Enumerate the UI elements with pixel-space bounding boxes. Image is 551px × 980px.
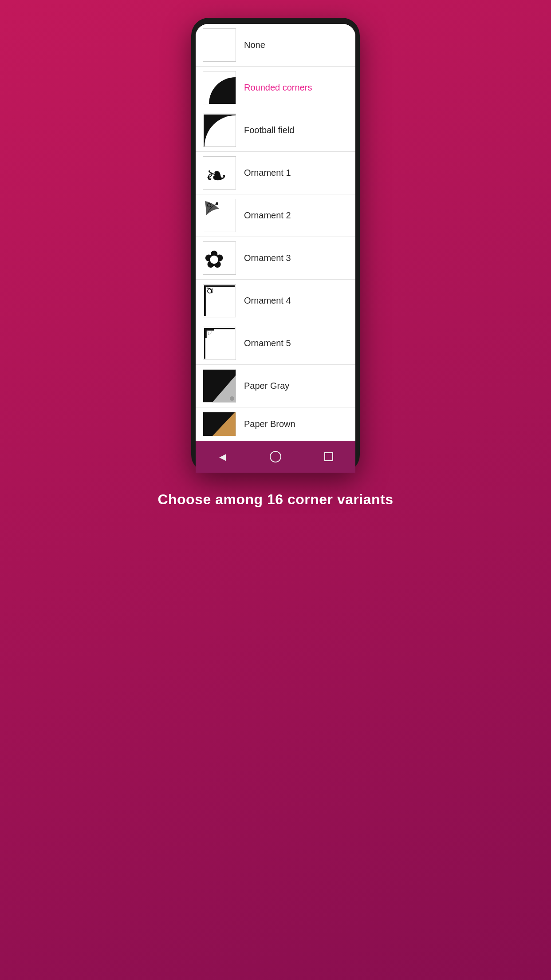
item-label-ornament5: Ornament 5 xyxy=(244,338,291,348)
list-item[interactable]: None xyxy=(196,24,355,67)
item-label-football: Football field xyxy=(244,125,294,135)
item-label-ornament1: Ornament 1 xyxy=(244,168,291,178)
item-label-paper-brown: Paper Brown xyxy=(244,419,295,429)
item-thumbnail-none xyxy=(203,28,236,62)
home-circle-icon xyxy=(270,451,281,462)
navigation-bar: ◀ xyxy=(196,441,355,473)
item-label-ornament2: Ornament 2 xyxy=(244,210,291,221)
item-thumbnail-ornament2 xyxy=(203,199,236,232)
list-item[interactable]: Football field xyxy=(196,109,355,152)
svg-text:✿: ✿ xyxy=(204,246,224,273)
footer-text: Choose among 16 corner variants xyxy=(144,473,406,527)
recents-button[interactable] xyxy=(319,447,338,466)
item-label-none: None xyxy=(244,40,265,50)
list-item[interactable]: Paper Brown xyxy=(196,407,355,441)
item-label-ornament3: Ornament 3 xyxy=(244,253,291,263)
home-button[interactable] xyxy=(266,447,285,466)
recents-square-icon xyxy=(324,452,333,461)
list-item[interactable]: ❧ Ornament 1 xyxy=(196,152,355,194)
item-label-paper-gray: Paper Gray xyxy=(244,381,289,391)
list-item[interactable]: ✿ Ornament 3 xyxy=(196,237,355,280)
item-thumbnail-ornament5 xyxy=(203,327,236,360)
item-thumbnail-paper-gray xyxy=(203,369,236,403)
phone-frame: None Rounded corners Football field xyxy=(191,18,360,473)
svg-text:❧: ❧ xyxy=(205,162,227,189)
item-thumbnail-football xyxy=(203,114,236,147)
item-thumbnail-rounded xyxy=(203,71,236,104)
list-item[interactable]: Paper Gray xyxy=(196,365,355,407)
item-thumbnail-paper-brown xyxy=(203,412,236,436)
back-button[interactable]: ◀ xyxy=(213,447,232,466)
item-thumbnail-ornament4 xyxy=(203,284,236,317)
item-label-rounded: Rounded corners xyxy=(244,83,312,93)
list-item[interactable]: Ornament 4 xyxy=(196,280,355,322)
corner-options-list: None Rounded corners Football field xyxy=(196,24,355,441)
list-item[interactable]: Ornament 2 xyxy=(196,194,355,237)
item-label-ornament4: Ornament 4 xyxy=(244,296,291,306)
list-item[interactable]: Ornament 5 xyxy=(196,322,355,365)
phone-screen: None Rounded corners Football field xyxy=(196,24,355,473)
item-thumbnail-ornament1: ❧ xyxy=(203,156,236,190)
item-thumbnail-ornament3: ✿ xyxy=(203,241,236,275)
list-item[interactable]: Rounded corners xyxy=(196,67,355,109)
